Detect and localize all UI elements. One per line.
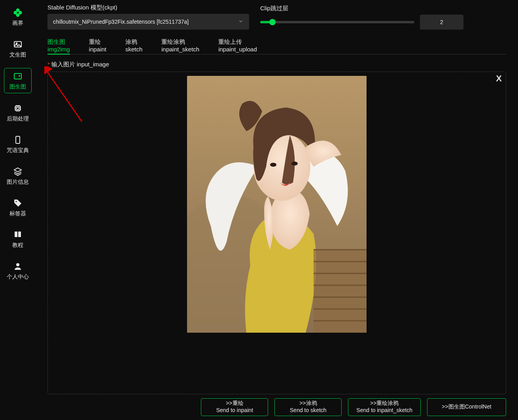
- book-icon: [12, 229, 23, 240]
- svg-point-17: [270, 163, 276, 167]
- model-value: chilloutmix_NiPrunedFp32Fix.safetensors …: [53, 19, 189, 25]
- sidebar-item-label: 咒语宝典: [7, 147, 29, 154]
- tab-inpaint-upload[interactable]: 重绘上传 inpaint_upload: [218, 38, 257, 53]
- send-to-inpaint-button[interactable]: >>重绘 Send to inpaint: [201, 398, 268, 416]
- svg-point-18: [291, 162, 298, 166]
- sidebar-item-imginfo[interactable]: 图片信息: [4, 164, 32, 188]
- sidebar-item-label: 个人中心: [7, 273, 29, 281]
- sidebar-item-label: 教程: [12, 242, 23, 249]
- clip-slider[interactable]: [260, 21, 414, 23]
- clip-value[interactable]: 2: [420, 15, 463, 30]
- send-to-sketch-button[interactable]: >>涂鸦 Send to sketch: [274, 398, 342, 416]
- brand-logo[interactable]: 画界: [4, 5, 32, 29]
- clip-label: Clip跳过层: [260, 5, 463, 12]
- sidebar-item-label: 图片信息: [7, 179, 29, 186]
- main-panel: Stable Diffusion 模型(ckpt) chilloutmix_Ni…: [36, 0, 518, 420]
- model-label: Stable Diffusion 模型(ckpt): [47, 4, 249, 11]
- send-to-controlnet-button[interactable]: >>图生图ControlNet: [427, 398, 506, 416]
- svg-rect-9: [17, 107, 19, 109]
- tag-icon: [12, 198, 23, 209]
- image-sparkle-icon: [12, 71, 23, 82]
- clover-icon: [12, 7, 23, 18]
- sidebar-item-label: 标签器: [9, 210, 26, 217]
- svg-point-3: [19, 11, 22, 15]
- svg-point-11: [16, 201, 17, 202]
- sidebar-item-spellbook[interactable]: 咒语宝典: [4, 132, 32, 156]
- action-buttons: >>重绘 Send to inpaint >>涂鸦 Send to sketch…: [47, 398, 506, 416]
- tab-inpaint-sketch[interactable]: 重绘涂鸦 inpaint_sketch: [161, 38, 199, 53]
- mode-tabs: 图生图 img2img 重绘 inpaint 涂鸦 sketch 重绘涂鸦 in…: [47, 38, 506, 55]
- tab-sketch[interactable]: 涂鸦 sketch: [125, 38, 142, 53]
- brand-label: 画界: [12, 20, 23, 27]
- svg-point-2: [13, 11, 17, 15]
- layers-icon: [12, 166, 23, 177]
- preview-image: [187, 76, 367, 333]
- tab-img2img[interactable]: 图生图 img2img: [47, 38, 70, 55]
- sidebar-item-tagger[interactable]: 标签器: [4, 195, 32, 220]
- svg-point-4: [17, 12, 19, 13]
- chip-icon: [12, 103, 23, 114]
- svg-rect-7: [14, 73, 21, 79]
- chevron-down-icon: [238, 19, 244, 25]
- sidebar-item-label: 图生图: [9, 83, 26, 90]
- sidebar-item-label: 文生图: [9, 51, 26, 58]
- sidebar-item-label: 后期处理: [7, 115, 29, 122]
- model-select[interactable]: chilloutmix_NiPrunedFp32Fix.safetensors …: [47, 14, 249, 30]
- svg-rect-8: [15, 106, 20, 111]
- sidebar-item-txt2img[interactable]: 文生图: [4, 36, 32, 61]
- svg-rect-10: [16, 136, 20, 143]
- close-icon[interactable]: X: [496, 73, 502, 84]
- input-image-label: *输入图片 input_image: [47, 61, 506, 68]
- sidebar-item-postprocess[interactable]: 后期处理: [4, 100, 32, 125]
- tab-inpaint[interactable]: 重绘 inpaint: [89, 38, 106, 53]
- device-icon: [12, 134, 23, 145]
- sidebar-item-profile[interactable]: 个人中心: [4, 258, 32, 283]
- svg-point-12: [16, 263, 19, 266]
- sidebar-item-tutorial[interactable]: 教程: [4, 227, 32, 251]
- input-image-panel[interactable]: X: [47, 72, 506, 394]
- send-to-inpaint-sketch-button[interactable]: >>重绘涂鸦 Send to inpaint_sketch: [348, 398, 421, 416]
- user-icon: [12, 261, 23, 272]
- sidebar: 画界 文生图 图生图 后期处理 咒语宝典: [0, 0, 36, 420]
- image-icon: [12, 39, 23, 50]
- sidebar-item-img2img[interactable]: 图生图: [4, 68, 32, 93]
